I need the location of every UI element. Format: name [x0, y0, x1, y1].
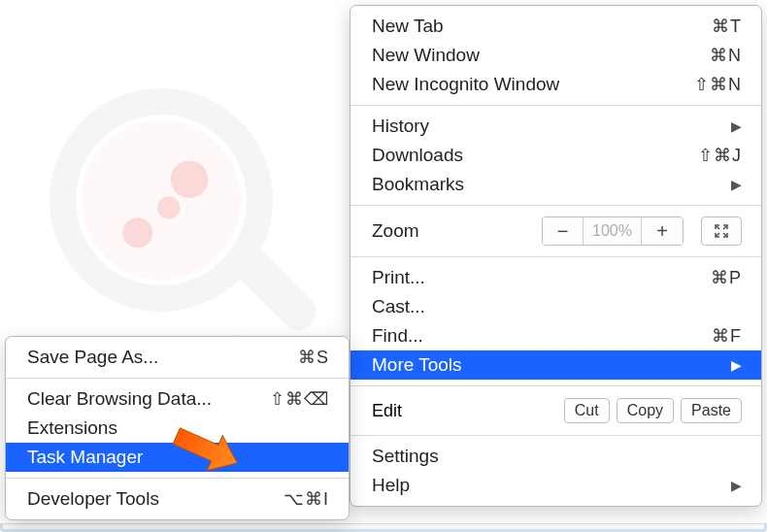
menu-label: Print...: [372, 267, 425, 288]
menu-separator: [350, 256, 761, 257]
submenu-developer-tools[interactable]: Developer Tools ⌥⌘I: [6, 484, 349, 514]
menu-label: Find...: [372, 325, 423, 347]
more-tools-submenu: Save Page As... ⌘S Clear Browsing Data..…: [5, 336, 350, 520]
menu-downloads[interactable]: Downloads ⇧⌘J: [350, 141, 761, 170]
fullscreen-icon: [714, 223, 729, 239]
zoom-controls: − 100% +: [542, 216, 742, 246]
menu-label: Extensions: [27, 417, 117, 439]
menu-separator: [6, 378, 349, 379]
menu-more-tools[interactable]: More Tools ▶: [350, 350, 761, 380]
shortcut-text: ⇧⌘J: [698, 145, 742, 166]
menu-label: More Tools: [372, 354, 462, 376]
menu-label: New Tab: [372, 16, 444, 37]
menu-label: Cast...: [372, 296, 425, 317]
menu-separator: [6, 478, 349, 479]
shortcut-text: ⌥⌘I: [283, 488, 329, 510]
menu-find[interactable]: Find... ⌘F: [350, 321, 761, 350]
submenu-arrow-icon: ▶: [731, 478, 742, 493]
menu-separator: [350, 435, 761, 436]
menu-label: History: [372, 116, 429, 137]
paste-button[interactable]: Paste: [681, 398, 742, 423]
menu-label: Downloads: [372, 145, 463, 166]
menu-new-tab[interactable]: New Tab ⌘T: [350, 12, 761, 41]
menu-separator: [350, 205, 761, 206]
menu-separator: [350, 105, 761, 106]
menu-label: Task Manager: [27, 447, 143, 468]
submenu-save-page[interactable]: Save Page As... ⌘S: [6, 343, 349, 372]
shortcut-text: ⌘P: [711, 267, 742, 288]
zoom-label: Zoom: [372, 220, 419, 242]
shortcut-text: ⌘F: [712, 325, 742, 347]
menu-zoom-row: Zoom − 100% +: [350, 212, 761, 250]
submenu-arrow-icon: ▶: [731, 357, 742, 373]
shortcut-text: ⌘T: [712, 16, 742, 37]
menu-label: Settings: [372, 446, 439, 467]
submenu-task-manager[interactable]: Task Manager: [6, 443, 349, 472]
chrome-main-menu: New Tab ⌘T New Window ⌘N New Incognito W…: [350, 5, 762, 507]
menu-help[interactable]: Help ▶: [350, 471, 761, 500]
menu-edit-row: Edit Cut Copy Paste: [350, 392, 761, 429]
fullscreen-button[interactable]: [701, 216, 742, 246]
zoom-value: 100%: [584, 217, 642, 245]
menu-label: Save Page As...: [27, 347, 158, 368]
submenu-clear-browsing-data[interactable]: Clear Browsing Data... ⇧⌘⌫: [6, 384, 349, 414]
menu-bookmarks[interactable]: Bookmarks ▶: [350, 170, 761, 199]
menu-label: Developer Tools: [27, 488, 159, 510]
menu-new-incognito[interactable]: New Incognito Window ⇧⌘N: [350, 70, 761, 99]
menu-new-window[interactable]: New Window ⌘N: [350, 41, 761, 70]
zoom-group: − 100% +: [542, 216, 684, 246]
menu-history[interactable]: History ▶: [350, 112, 761, 141]
menu-separator: [350, 385, 761, 386]
zoom-out-button[interactable]: −: [543, 217, 584, 245]
menu-settings[interactable]: Settings: [350, 442, 761, 471]
menu-label: Help: [372, 475, 410, 496]
menu-label: Bookmarks: [372, 174, 464, 195]
menu-cast[interactable]: Cast...: [350, 292, 761, 321]
edit-buttons: Cut Copy Paste: [564, 398, 742, 423]
shortcut-text: ⇧⌘⌫: [270, 388, 329, 410]
cut-button[interactable]: Cut: [564, 398, 610, 423]
menu-label: Clear Browsing Data...: [27, 388, 212, 410]
submenu-arrow-icon: ▶: [731, 177, 742, 192]
menu-print[interactable]: Print... ⌘P: [350, 263, 761, 292]
submenu-extensions[interactable]: Extensions: [6, 414, 349, 443]
edit-label: Edit: [372, 401, 402, 421]
zoom-in-button[interactable]: +: [642, 217, 683, 245]
menu-label: New Incognito Window: [372, 74, 559, 95]
shortcut-text: ⌘N: [710, 45, 742, 66]
shortcut-text: ⇧⌘N: [694, 74, 742, 95]
shortcut-text: ⌘S: [298, 347, 329, 368]
copy-button[interactable]: Copy: [617, 398, 674, 423]
submenu-arrow-icon: ▶: [731, 118, 742, 134]
menu-label: New Window: [372, 45, 480, 66]
